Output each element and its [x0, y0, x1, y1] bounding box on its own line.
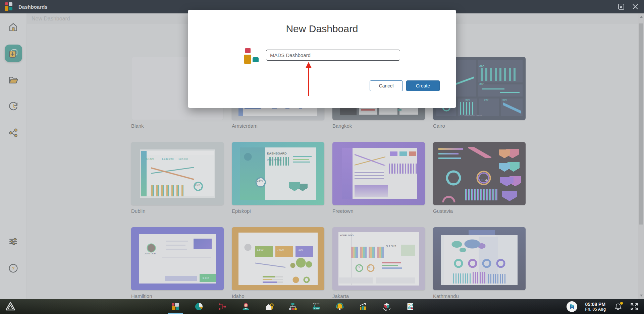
app-logo-icon [5, 2, 14, 11]
dashboard-name-input[interactable]: MADS Dashboard [266, 50, 400, 61]
red-arrow-annotation [302, 61, 315, 98]
taskbar-app-report[interactable] [406, 299, 415, 314]
sitemap-icon [288, 302, 298, 311]
taskbar-app-router[interactable] [312, 299, 321, 314]
app-logo-icon [244, 48, 260, 65]
dashboards-logo-icon [171, 302, 180, 311]
brand-circle-icon[interactable] [566, 301, 578, 312]
flow-diagram-icon [218, 302, 227, 311]
taskbar-app-sync-cube[interactable] [382, 299, 391, 314]
modal-title: New Dashboard [188, 23, 456, 35]
dashboard-name-value: MADS Dashboard [270, 52, 311, 58]
tray-bell-icon[interactable] [614, 302, 623, 311]
fullscreen-icon[interactable] [630, 302, 639, 311]
taskbar-app-user[interactable] [241, 299, 251, 314]
clock-date: Fri, 05 Aug [585, 307, 606, 312]
pie-chart-icon [194, 302, 204, 311]
system-tray: 05:08 PM Fri, 05 Aug [566, 299, 644, 314]
user-icon [241, 302, 251, 311]
new-dashboard-modal: New Dashboard MADS Dashboard Cancel Crea… [188, 10, 456, 108]
router-icon [312, 302, 321, 311]
taskbar-app-home-key[interactable] [265, 299, 274, 314]
taskbar: 05:08 PM Fri, 05 Aug [0, 299, 644, 314]
tray-clock[interactable]: 05:08 PM Fri, 05 Aug [585, 302, 606, 312]
taskbar-app-notifications[interactable] [335, 299, 344, 314]
taskbar-app-analytics[interactable] [359, 299, 368, 314]
text-caret [311, 52, 312, 58]
cancel-button[interactable]: Cancel [370, 80, 403, 91]
clock-time: 05:08 PM [585, 302, 606, 307]
cube-sync-icon [382, 302, 391, 311]
home-key-icon [265, 302, 274, 311]
restore-window-icon[interactable] [617, 3, 625, 11]
notification-dot [620, 302, 623, 305]
taskbar-apps [171, 299, 415, 314]
bell-headset-icon [335, 302, 344, 311]
create-button[interactable]: Create [406, 80, 440, 91]
triangle-logo-icon[interactable] [5, 301, 16, 312]
report-icon [406, 302, 415, 311]
taskbar-app-sitemap[interactable] [288, 299, 298, 314]
taskbar-app-dashboards[interactable] [171, 299, 180, 314]
app-title: Dashboards [18, 4, 48, 10]
close-icon[interactable] [631, 3, 639, 11]
growth-chart-icon [359, 302, 368, 311]
taskbar-app-flow[interactable] [218, 299, 227, 314]
taskbar-app-pie-chart[interactable] [194, 299, 204, 314]
active-app-indicator [168, 313, 183, 314]
